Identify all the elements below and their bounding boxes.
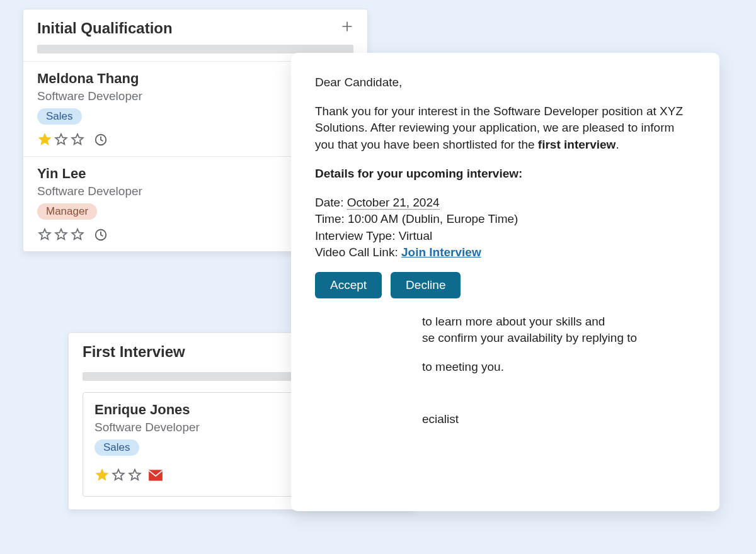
progress-bar	[37, 45, 353, 54]
email-greeting: Dear Candidate,	[315, 74, 696, 91]
star-icon	[111, 468, 126, 483]
email-date-value: October 21, 2024	[347, 196, 440, 210]
email-body: Dear Candidate, Thank you for your inter…	[315, 74, 696, 427]
email-date: Date: October 21, 2024	[315, 195, 696, 211]
email-link-line: Video Call Link: Join Interview	[315, 244, 696, 261]
tag-sales: Sales	[37, 108, 82, 125]
star-icon	[37, 227, 52, 242]
star-icon	[70, 132, 85, 147]
clock-icon	[94, 133, 108, 147]
join-interview-link[interactable]: Join Interview	[401, 246, 481, 259]
star-icon	[54, 132, 69, 147]
star-icon	[54, 227, 69, 242]
email-para-skills: to learn more about your skills and	[315, 314, 696, 330]
email-details-heading: Details for your upcoming interview:	[315, 166, 696, 182]
star-icon	[70, 227, 85, 242]
tag-manager: Manager	[37, 203, 97, 220]
email-interview-type: Interview Type: Virtual	[315, 228, 696, 244]
mail-icon[interactable]	[147, 468, 164, 482]
tag-sales: Sales	[94, 439, 139, 456]
star-icon	[127, 468, 142, 483]
email-para-meeting: to meeting you.	[315, 359, 696, 375]
progress-bar	[83, 372, 322, 381]
footer-left	[37, 132, 108, 147]
email-action-buttons: Accept Decline	[315, 272, 696, 298]
add-card-icon[interactable]	[341, 20, 353, 37]
clock-icon	[94, 228, 108, 242]
email-intro: Thank you for your interest in the Softw…	[315, 103, 696, 153]
star-rating[interactable]	[37, 227, 85, 242]
star-rating[interactable]	[37, 132, 85, 147]
star-rating[interactable]	[94, 468, 142, 483]
email-time: Time: 10:00 AM (Dublin, Europe Time)	[315, 211, 696, 227]
footer-left	[37, 227, 108, 242]
column-title: First Interview	[83, 343, 185, 361]
footer-left	[94, 468, 164, 483]
email-para-confirm: se confirm your availability by replying…	[315, 330, 696, 346]
star-icon	[37, 132, 52, 147]
accept-button[interactable]: Accept	[315, 272, 382, 298]
column-header: Initial Qualification	[23, 9, 367, 42]
decline-button[interactable]: Decline	[391, 272, 461, 298]
email-signature-role: ecialist	[315, 411, 696, 427]
star-icon	[94, 468, 110, 483]
column-title: Initial Qualification	[37, 20, 173, 37]
email-preview-panel: Dear Candidate, Thank you for your inter…	[291, 53, 719, 511]
